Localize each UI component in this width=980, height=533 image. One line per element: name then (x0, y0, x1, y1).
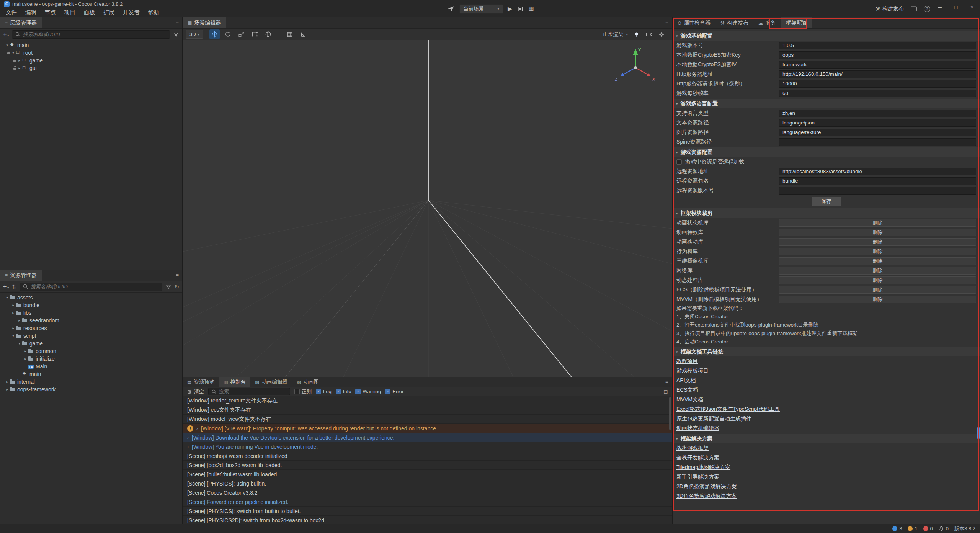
field-input[interactable] (779, 61, 976, 69)
scale-tool-button[interactable] (236, 29, 247, 39)
tree-node[interactable]: ▸ seedrandom (0, 317, 182, 324)
tab-framework-config[interactable]: 框架配置 (781, 17, 812, 28)
expand-arrow[interactable]: ▸ (11, 311, 16, 315)
tab-console[interactable]: ▥ 控制台 (219, 377, 250, 387)
rotation-snap-button[interactable] (298, 29, 308, 39)
tree-node[interactable]: ▾ script (0, 332, 182, 340)
collapse-logs-icon[interactable]: ⊟ (663, 389, 668, 395)
tree-node[interactable]: ▾ root (0, 49, 182, 57)
menu-item[interactable]: 编辑 (21, 9, 41, 16)
tree-node[interactable]: ▸ bundle (0, 301, 182, 309)
delete-module-button[interactable]: 删除 (779, 238, 976, 246)
tree-node[interactable]: ▸ gui (0, 64, 182, 72)
filter-icon[interactable] (173, 31, 179, 38)
delete-module-button[interactable]: 删除 (779, 219, 976, 227)
save-button[interactable]: 保存 (812, 197, 841, 206)
expand-arrow[interactable]: ▸ (5, 380, 10, 384)
console-log-row[interactable]: [Scene] meshopt wasm decoder initialized (183, 451, 672, 461)
assets-search-input[interactable] (31, 284, 159, 289)
rotate-tool-button[interactable] (223, 29, 233, 39)
panel-menu-icon[interactable]: ≡ (176, 17, 179, 28)
doc-link[interactable]: 教程项目 (676, 358, 698, 365)
menu-item[interactable]: 文件 (2, 9, 21, 16)
console-log-row[interactable]: [Window] ecs文件夹不存在 (183, 405, 672, 415)
expand-arrow[interactable]: ▸ (17, 66, 22, 70)
expand-arrow[interactable]: ▸ (11, 326, 16, 330)
section-header[interactable]: ▾ 游戏基础配置 (673, 31, 980, 41)
scene-settings-icon[interactable] (658, 31, 665, 38)
field-input[interactable] (779, 90, 976, 97)
tree-node[interactable]: ▸ resources (0, 324, 182, 332)
tab-animation-editor[interactable]: ▧ 动画编辑器 (250, 377, 292, 387)
expand-arrow[interactable]: › (187, 435, 189, 440)
section-header[interactable]: ▾ 框架文档工具链接 (673, 347, 980, 356)
tree-node[interactable]: main (0, 370, 182, 378)
scene-camera-icon[interactable] (645, 31, 653, 38)
doc-link[interactable]: 原生包热更新配置自动生成插件 (676, 415, 751, 422)
scene-viewport[interactable]: Y X Z (183, 40, 672, 377)
tab-property-inspector[interactable]: ⊙ 属性检查器 (673, 17, 715, 28)
panel-menu-icon[interactable]: ≡ (665, 377, 668, 387)
warning-checkbox[interactable]: ✓ (355, 389, 361, 394)
menu-item[interactable]: 扩展 (99, 9, 119, 16)
field-input[interactable] (779, 80, 976, 88)
grid-snap-button[interactable] (284, 29, 295, 39)
hierarchy-search-input[interactable] (23, 31, 167, 37)
field-input[interactable] (779, 138, 976, 146)
console-searchbox[interactable] (208, 388, 290, 395)
console-scrollbar[interactable] (669, 397, 671, 430)
close-button[interactable]: × (964, 0, 980, 15)
maximize-button[interactable]: □ (948, 0, 964, 15)
tree-node[interactable]: ▸ common (0, 347, 182, 355)
tab-animation-graph[interactable]: ▨ 动画图 (292, 377, 323, 387)
console-log-row[interactable]: [Scene] [PHYSICS]: using builtin. (183, 479, 672, 488)
tree-node[interactable]: Main (0, 363, 182, 370)
preview-window-icon[interactable] (910, 5, 917, 12)
expand-arrow[interactable]: ▸ (17, 319, 22, 322)
field-input[interactable] (779, 168, 976, 175)
axis-gizmo[interactable]: Y X Z (609, 46, 662, 92)
create-asset-button[interactable]: +▾ (3, 283, 9, 290)
delete-module-button[interactable]: 删除 (779, 267, 976, 275)
expand-arrow[interactable]: ▾ (11, 51, 16, 55)
tree-node[interactable]: ▾ assets (0, 294, 182, 301)
solution-link[interactable]: 2D角色扮演游戏解决方案 (676, 483, 737, 490)
field-input[interactable] (779, 51, 976, 59)
projection-3d-button[interactable]: 3D ▾ (186, 30, 203, 39)
info-filter[interactable]: ✓Info (336, 389, 351, 394)
console-log-row[interactable]: [Scene] Forward render pipeline initiali… (183, 497, 672, 507)
expand-arrow[interactable]: ▸ (5, 387, 10, 391)
log-filter[interactable]: ✓Log (316, 389, 332, 394)
expand-arrow[interactable]: ▾ (17, 342, 22, 345)
move-tool-button[interactable] (209, 29, 220, 39)
console-log-row[interactable]: [Scene] [box2d]:box2d wasm lib loaded. (183, 461, 672, 470)
menu-item[interactable]: 项目 (60, 9, 80, 16)
rect-tool-button[interactable] (250, 29, 260, 39)
panel-menu-icon[interactable]: ≡ (665, 17, 668, 28)
tree-node[interactable]: ▸ internal (0, 378, 182, 386)
section-header[interactable]: ▾ 框架模块裁剪 (673, 208, 980, 218)
build-publish-button[interactable]: ⚒ 构建发布 (875, 5, 904, 12)
doc-link[interactable]: 动画状态机编辑器 (676, 425, 719, 432)
doc-link[interactable]: 游戏模板项目 (676, 368, 709, 374)
regex-checkbox[interactable] (294, 389, 300, 394)
doc-link[interactable]: Excel格式转Json文件与TypeScript代码工具 (676, 406, 780, 413)
create-node-button[interactable]: +▾ (3, 31, 9, 38)
doc-link[interactable]: MVVM文档 (676, 396, 703, 403)
console-log-row[interactable]: › [Window] You are running Vue in develo… (183, 442, 672, 451)
expand-arrow[interactable]: ▸ (11, 303, 16, 307)
field-input[interactable] (779, 187, 976, 195)
field-input[interactable] (779, 70, 976, 78)
console-log-row[interactable]: [Window] render_texture文件夹不存在 (183, 396, 672, 405)
delete-module-button[interactable]: 删除 (779, 257, 976, 265)
expand-arrow[interactable]: ▾ (5, 296, 10, 299)
regex-filter[interactable]: 正则 (294, 388, 312, 395)
expand-arrow[interactable]: › (187, 444, 189, 450)
expand-arrow[interactable]: › (196, 426, 198, 431)
delete-module-button[interactable]: 删除 (779, 248, 976, 255)
inspector-scrollbar[interactable] (977, 427, 980, 439)
play-button[interactable]: ▶ (508, 5, 512, 12)
console-log-row[interactable]: ! › [Window] [Vue warn]: Property "onInp… (183, 424, 672, 433)
tree-node[interactable]: ▸ oops-framework (0, 386, 182, 393)
tab-service[interactable]: ☁ 服务 (753, 17, 781, 28)
